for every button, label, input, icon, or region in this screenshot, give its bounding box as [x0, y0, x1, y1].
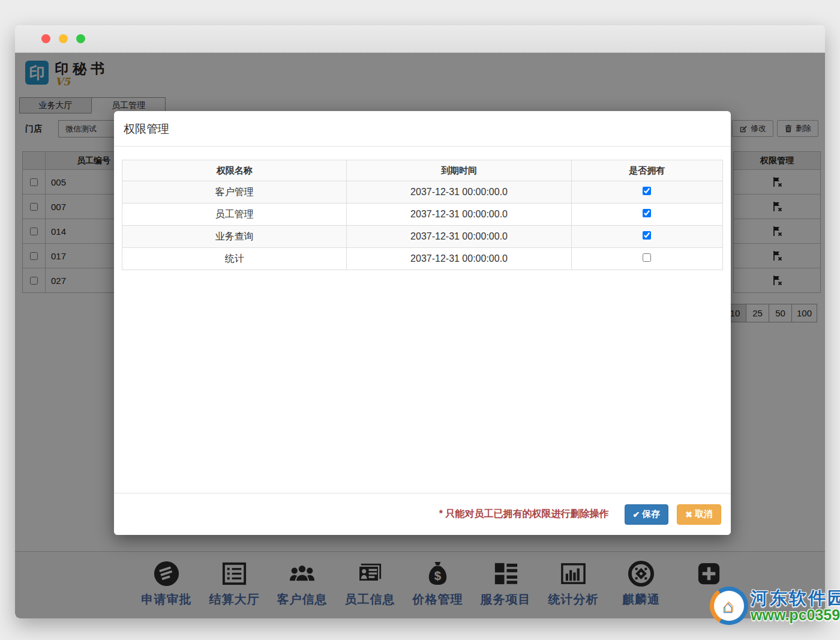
- expire-time: 2037-12-31 00:00:00.0: [347, 181, 571, 204]
- minimize-window-button[interactable]: [59, 34, 68, 43]
- watermark-logo-icon: ⌂: [710, 587, 748, 625]
- permission-modal: 权限管理 权限名称 到期时间 是否拥有 客户管理 2037-12-31 00:0…: [114, 111, 731, 535]
- permission-table-header: 权限名称 到期时间 是否拥有: [122, 160, 723, 181]
- window-titlebar: [15, 25, 825, 53]
- col-owned: 是否拥有: [571, 160, 722, 181]
- table-row: 员工管理 2037-12-31 00:00:00.0: [122, 204, 723, 226]
- expire-time: 2037-12-31 00:00:00.0: [347, 248, 571, 270]
- desktop-background: 印 印秘书 V5 业务大厅 员工管理 门店 微信测试 增加 修改: [0, 0, 840, 640]
- close-window-button[interactable]: [41, 34, 50, 43]
- owned-checkbox[interactable]: [643, 253, 651, 262]
- owned-checkbox[interactable]: [643, 187, 651, 195]
- check-icon: ✔: [633, 510, 640, 519]
- permission-name: 业务查询: [122, 226, 347, 248]
- expire-time: 2037-12-31 00:00:00.0: [347, 226, 571, 248]
- modal-title: 权限管理: [114, 111, 731, 146]
- site-watermark: ⌂ 河东软件园 www.pc0359.cn: [710, 587, 840, 625]
- permission-table: 权限名称 到期时间 是否拥有 客户管理 2037-12-31 00:00:00.…: [122, 160, 723, 270]
- delete-restriction-note: * 只能对员工已拥有的权限进行删除操作: [439, 508, 609, 521]
- permission-name: 统计: [122, 248, 347, 270]
- col-permission-name: 权限名称: [122, 160, 347, 181]
- expire-time: 2037-12-31 00:00:00.0: [347, 204, 571, 226]
- table-row: 业务查询 2037-12-31 00:00:00.0: [122, 226, 723, 248]
- maximize-window-button[interactable]: [76, 34, 85, 43]
- watermark-site-name: 河东软件园: [751, 589, 840, 607]
- cancel-button[interactable]: ✖ 取消: [677, 504, 721, 525]
- save-button[interactable]: ✔ 保存: [625, 504, 669, 525]
- modal-footer: * 只能对员工已拥有的权限进行删除操作 ✔ 保存 ✖ 取消: [114, 493, 731, 535]
- permission-name: 员工管理: [122, 204, 347, 226]
- col-expire-time: 到期时间: [347, 160, 571, 181]
- table-row: 统计 2037-12-31 00:00:00.0: [122, 248, 723, 270]
- owned-checkbox[interactable]: [643, 231, 651, 240]
- watermark-site-url: www.pc0359.cn: [751, 607, 840, 623]
- table-row: 客户管理 2037-12-31 00:00:00.0: [122, 181, 723, 204]
- x-icon: ✖: [685, 510, 692, 519]
- permission-name: 客户管理: [122, 181, 347, 204]
- modal-body: 权限名称 到期时间 是否拥有 客户管理 2037-12-31 00:00:00.…: [114, 146, 731, 270]
- owned-checkbox[interactable]: [643, 209, 651, 217]
